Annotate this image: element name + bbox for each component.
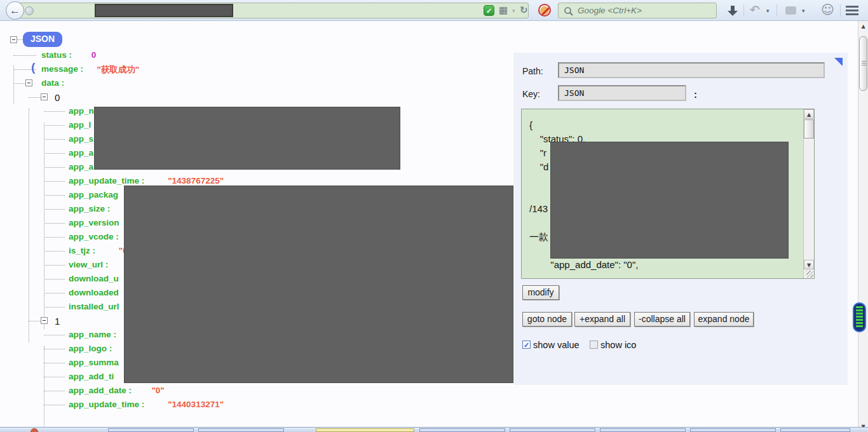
taskbar-button[interactable]	[510, 428, 595, 432]
tree-row[interactable]: app_update_time :"1440313271"	[0, 398, 572, 412]
taskbar-button[interactable]	[600, 428, 686, 432]
search-input[interactable]: Google <Ctrl+K>	[558, 3, 717, 18]
taskbar-icon[interactable]	[31, 428, 38, 432]
scrollbar-thumb[interactable]	[804, 119, 814, 138]
show-ico-checkbox[interactable]	[590, 341, 598, 349]
undo-chevron-icon[interactable]: ▾	[766, 8, 770, 14]
tree-index[interactable]: 1	[55, 316, 60, 327]
tree-key[interactable]: is_tjz :	[69, 246, 95, 255]
feedback-smiley-icon[interactable]: ☺	[821, 2, 834, 17]
collapse-toggle[interactable]	[25, 79, 32, 86]
tree-key[interactable]: app_logo :	[69, 344, 112, 353]
tree-key[interactable]: app_add_ti	[69, 372, 114, 381]
tree-key[interactable]: app_update_time :	[69, 176, 144, 186]
tree-key[interactable]: app_name :	[69, 330, 116, 339]
tree-guide	[44, 237, 65, 238]
tree-row[interactable]: 0	[0, 90, 572, 104]
taskbar-button[interactable]	[780, 428, 850, 432]
taskbar-button[interactable]	[198, 428, 284, 432]
tree-key[interactable]: status :	[41, 50, 72, 60]
resize-grip-icon[interactable]	[806, 271, 813, 278]
collapse-toggle[interactable]	[41, 317, 48, 324]
collapse-toggle[interactable]	[41, 93, 48, 100]
tree-value[interactable]: 0	[92, 50, 97, 60]
tree-key[interactable]: app_a	[69, 148, 93, 158]
tree-key[interactable]: message :	[41, 64, 83, 74]
menu-icon[interactable]	[846, 6, 858, 15]
tree-row[interactable]: status :0	[0, 48, 572, 62]
tree-row[interactable]: data :	[0, 76, 572, 90]
scroll-up-icon[interactable]: ▲	[804, 109, 814, 119]
key-input[interactable]: JSON	[558, 85, 686, 101]
tree-key[interactable]: installed_url	[69, 302, 119, 311]
tree-index[interactable]: 0	[55, 92, 60, 103]
editor-scrollbar[interactable]: ▲ ▼	[803, 109, 814, 278]
expand-node-button[interactable]: expand node	[694, 312, 754, 327]
tree-key[interactable]: app_size :	[69, 204, 110, 213]
scroll-down-icon[interactable]: ▼	[804, 260, 814, 269]
tree-row[interactable]: (message :"获取成功"	[0, 62, 572, 76]
tree-key[interactable]: app_add_date :	[69, 386, 132, 395]
taskbar-button[interactable]	[690, 428, 776, 432]
tree-key[interactable]: downloaded	[69, 288, 119, 297]
path-input[interactable]: JSON	[558, 62, 825, 78]
tree-guide	[44, 363, 65, 363]
tree-key[interactable]: app_version	[69, 218, 119, 227]
tree-key[interactable]: data :	[41, 78, 64, 88]
tree-key[interactable]: view_url :	[69, 260, 108, 269]
path-label: Path:	[522, 66, 543, 76]
download-speed-widget[interactable]	[853, 302, 866, 332]
scroll-up-icon[interactable]: ▲	[858, 24, 868, 29]
goto-node-button[interactable]: goto node	[522, 312, 572, 327]
share-icon[interactable]	[785, 6, 796, 15]
back-button[interactable]: ←	[6, 1, 24, 20]
url-bar[interactable]: ✓ ▦ ▾ ↻	[15, 3, 529, 18]
taskbar-button[interactable]	[108, 428, 194, 432]
qr-code-icon[interactable]: ▦	[499, 4, 508, 16]
undo-icon[interactable]: ↶	[750, 3, 760, 17]
tree-guide	[44, 377, 65, 377]
tree-value[interactable]: "0"	[151, 386, 164, 395]
tree-key[interactable]: app_update_time :	[69, 400, 144, 409]
page-scrollbar[interactable]: ▲ ▼	[858, 21, 868, 432]
tree-guide	[44, 111, 65, 112]
taskbar-button[interactable]	[419, 428, 505, 432]
modify-button[interactable]: modify	[522, 285, 559, 300]
tree-key[interactable]: app_vcode :	[69, 232, 119, 241]
expand-all-button[interactable]: +expand all	[574, 312, 630, 327]
reload-icon[interactable]: ↻	[520, 4, 528, 16]
tree-guide	[44, 265, 65, 266]
tree-value[interactable]: "1440313271"	[168, 400, 224, 409]
tree-guide	[44, 181, 65, 182]
tree-guide	[44, 405, 65, 405]
tree-key[interactable]: app_a	[69, 162, 93, 172]
chevron-down-icon[interactable]: ▾	[512, 8, 515, 14]
tree-row[interactable]: app_add_date :"0"	[0, 384, 572, 398]
toolbar-separator	[776, 4, 777, 17]
download-icon[interactable]	[726, 4, 740, 18]
panel-corner-icon[interactable]	[834, 58, 843, 66]
tree-key[interactable]: download_u	[69, 274, 119, 283]
tree-root-node[interactable]: JSON	[23, 32, 62, 47]
scrollbar-thumb[interactable]	[859, 36, 867, 91]
key-label: Key:	[522, 89, 540, 99]
tree-key[interactable]: app_s	[69, 134, 93, 144]
tree-value[interactable]: "1438767225"	[168, 176, 224, 186]
tree-key[interactable]: app_summa	[69, 358, 119, 367]
adblock-icon[interactable]	[538, 4, 551, 17]
show-value-checkbox[interactable]: ✓	[522, 341, 531, 349]
tree-guide	[13, 55, 36, 56]
share-chevron-icon[interactable]: ▾	[802, 8, 805, 14]
taskbar-button[interactable]	[316, 428, 414, 432]
tree-key[interactable]: app_n	[69, 106, 94, 116]
collapse-toggle[interactable]	[10, 36, 17, 43]
collapse-all-button[interactable]: -collapse all	[634, 312, 690, 327]
shield-icon[interactable]: ✓	[484, 5, 494, 16]
tree-guide	[44, 209, 65, 210]
tree-key[interactable]: app_l	[69, 120, 91, 130]
node-editor-panel: Path: JSON Key: JSON : { "status": 0, "r…	[513, 53, 848, 385]
tree-value[interactable]: "获取成功"	[97, 65, 139, 74]
site-globe-icon	[25, 6, 34, 15]
tree-key[interactable]: app_packag	[69, 190, 118, 199]
tree-guide	[44, 349, 65, 349]
